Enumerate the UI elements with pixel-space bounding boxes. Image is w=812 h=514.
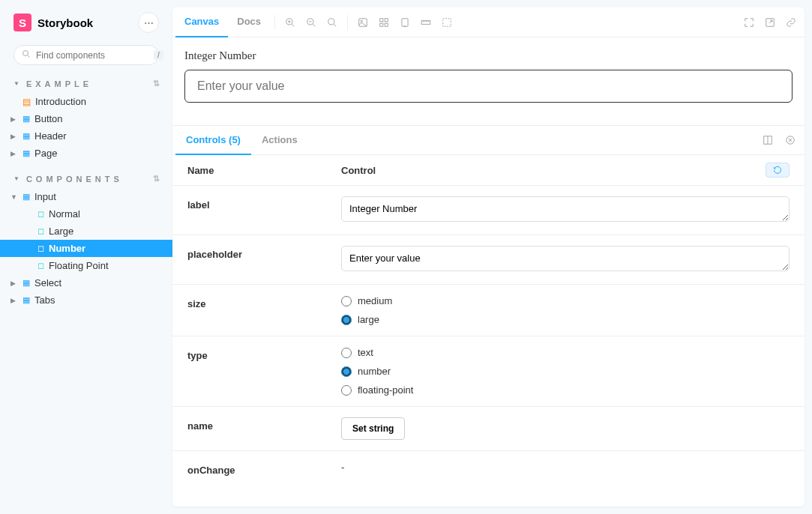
sidebar-item-tabs[interactable]: ▶▦Tabs (0, 291, 172, 309)
main: Canvas Docs Integer Number Controls (5) (172, 0, 812, 514)
sidebar-header: S Storybook ⋯ (0, 0, 172, 45)
radio-type-number[interactable]: number (341, 366, 790, 377)
controls-table: Name Control label placeholder size medi… (172, 155, 805, 507)
story-icon: ◻ (37, 209, 44, 219)
svg-point-0 (23, 51, 28, 56)
addon-orientation-icon[interactable] (757, 125, 779, 155)
background-icon[interactable] (352, 7, 373, 37)
control-name: placeholder (187, 246, 341, 260)
sidebar-item-input-normal[interactable]: ◻Normal (0, 205, 172, 223)
svg-rect-10 (402, 18, 408, 26)
component-icon: ▦ (22, 148, 30, 158)
addon-bar: Controls (5) Actions (172, 125, 805, 155)
sidebar-item-input[interactable]: ▼▦Input (0, 188, 172, 205)
sidebar-item-select[interactable]: ▶▦Select (0, 274, 172, 291)
control-row-placeholder: placeholder (172, 235, 805, 285)
control-row-name: name Set string (172, 407, 805, 451)
set-string-button[interactable]: Set string (341, 417, 405, 440)
copy-link-icon[interactable] (781, 7, 802, 37)
controls-header: Name Control (172, 155, 805, 186)
svg-point-5 (361, 20, 362, 22)
control-name: size (187, 295, 341, 309)
story-input[interactable] (184, 70, 793, 103)
component-icon: ▦ (22, 295, 30, 305)
control-onchange-value: - (341, 462, 790, 473)
search-box[interactable]: / (13, 45, 159, 65)
svg-rect-8 (380, 23, 383, 26)
zoom-reset-icon[interactable] (322, 7, 343, 37)
doc-icon: ▤ (22, 97, 31, 107)
control-row-label: label (172, 186, 805, 235)
zoom-out-icon[interactable] (301, 7, 322, 37)
toolbar: Canvas Docs (172, 7, 805, 37)
sidebar-item-introduction[interactable]: ▤Introduction (0, 93, 172, 110)
component-icon: ▦ (22, 131, 30, 141)
svg-rect-9 (385, 23, 388, 26)
sidebar-item-input-large[interactable]: ◻Large (0, 223, 172, 240)
control-name: onChange (187, 462, 341, 476)
radio-size-medium[interactable]: medium (341, 295, 790, 306)
component-icon: ▦ (22, 114, 30, 124)
storybook-logo: S (13, 13, 31, 31)
search-input[interactable] (36, 50, 148, 61)
sidebar-item-input-number[interactable]: ◻Number (0, 240, 172, 257)
search-shortcut: / (154, 50, 163, 60)
header-control: Control (341, 165, 766, 176)
header-name: Name (187, 165, 341, 176)
sidebar-item-header[interactable]: ▶▦Header (0, 127, 172, 145)
story-icon: ◻ (37, 261, 44, 270)
fullscreen-icon[interactable] (739, 7, 760, 37)
radio-type-text[interactable]: text (341, 347, 790, 358)
sort-icon[interactable]: ⇅ (153, 174, 159, 184)
sidebar-item-input-float[interactable]: ◻Floating Point (0, 257, 172, 274)
outline-icon[interactable] (436, 7, 457, 37)
control-row-size: size medium large (172, 285, 805, 336)
reset-button[interactable] (766, 163, 790, 178)
grid-icon[interactable] (373, 7, 394, 37)
sidebar-item-page[interactable]: ▶▦Page (0, 145, 172, 162)
svg-rect-6 (380, 18, 383, 21)
story-icon: ◻ (37, 226, 44, 236)
control-name: name (187, 417, 341, 432)
canvas-area: Integer Number (172, 37, 805, 125)
menu-button[interactable]: ⋯ (138, 12, 159, 33)
viewport-icon[interactable] (394, 7, 415, 37)
control-name: label (187, 196, 341, 211)
radio-type-float[interactable]: floating-point (341, 384, 790, 396)
section-example[interactable]: ▼ EXAMPLE ⇅ (0, 74, 172, 93)
tab-actions[interactable]: Actions (251, 125, 308, 155)
tab-controls[interactable]: Controls (5) (175, 125, 251, 155)
control-label-input[interactable] (341, 196, 790, 222)
measure-icon[interactable] (415, 7, 436, 37)
addon-close-icon[interactable] (779, 125, 802, 155)
component-icon: ▦ (22, 192, 30, 202)
zoom-in-icon[interactable] (280, 7, 301, 37)
section-components[interactable]: ▼ COMPONENTS ⇅ (0, 169, 172, 188)
story-label: Integer Number (184, 49, 793, 62)
control-name: type (187, 347, 341, 361)
tab-docs[interactable]: Docs (228, 7, 270, 37)
svg-rect-11 (421, 20, 430, 24)
svg-rect-7 (385, 18, 388, 21)
control-row-type: type text number floating-point (172, 336, 805, 407)
radio-size-large[interactable]: large (341, 314, 790, 325)
svg-rect-12 (443, 18, 451, 26)
sidebar-item-button[interactable]: ▶▦Button (0, 110, 172, 127)
brand-name: Storybook (37, 16, 132, 29)
svg-point-3 (328, 18, 334, 24)
sidebar: S Storybook ⋯ / ▼ EXAMPLE ⇅ ▤Introductio… (0, 0, 172, 514)
component-icon: ▦ (22, 278, 30, 288)
search-icon (22, 49, 31, 61)
open-tab-icon[interactable] (760, 7, 781, 37)
control-placeholder-input[interactable] (341, 246, 790, 271)
tab-canvas[interactable]: Canvas (175, 7, 228, 37)
story-icon: ◻ (37, 244, 44, 253)
preview-panel: Canvas Docs Integer Number Controls (5) (172, 7, 805, 507)
sort-icon[interactable]: ⇅ (153, 79, 159, 88)
control-row-onchange: onChange - (172, 451, 805, 486)
